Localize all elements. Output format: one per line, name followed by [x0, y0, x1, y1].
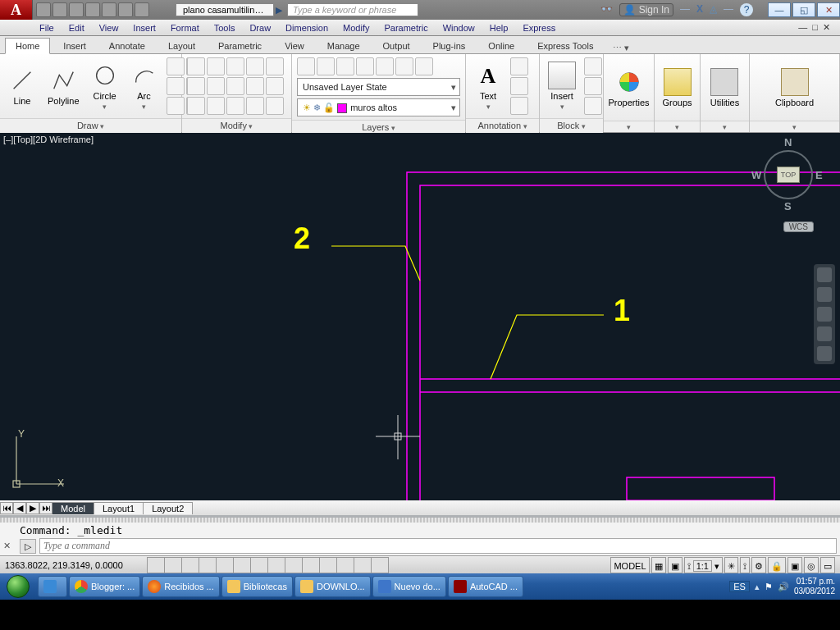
- task-ie[interactable]: [38, 576, 67, 597]
- nav-wheel-icon[interactable]: [817, 267, 832, 282]
- compass-n[interactable]: N: [784, 136, 792, 148]
- nav-zoom-icon[interactable]: [817, 307, 832, 322]
- search-input[interactable]: Type a keyword or phrase: [287, 3, 418, 16]
- otrack-toggle[interactable]: [250, 557, 268, 573]
- nav-orbit-icon[interactable]: [817, 326, 832, 341]
- osnap-toggle[interactable]: [216, 557, 234, 573]
- ribbon-overflow-icon[interactable]: ⋯ ▾: [613, 43, 629, 53]
- tab-nav-last-icon[interactable]: ⏭: [39, 502, 52, 514]
- task-word[interactable]: Nuevo do...: [372, 576, 446, 597]
- qat-saveas-icon[interactable]: [85, 2, 100, 17]
- snap-toggle[interactable]: [147, 557, 165, 573]
- task-explorer[interactable]: Bibliotecas: [221, 576, 293, 597]
- menu-window[interactable]: Window: [443, 23, 475, 33]
- panel-properties-expand[interactable]: [604, 121, 654, 132]
- trim-icon[interactable]: [226, 57, 244, 75]
- menu-modify[interactable]: Modify: [343, 23, 369, 33]
- menu-format[interactable]: Format: [171, 23, 199, 33]
- task-download[interactable]: DOWNLO...: [294, 576, 371, 597]
- layer-off-icon[interactable]: [317, 57, 335, 75]
- menu-tools[interactable]: Tools: [214, 23, 235, 33]
- line-button[interactable]: Line: [5, 65, 39, 107]
- erase-icon[interactable]: [246, 57, 264, 75]
- isolate-icon[interactable]: ◎: [804, 557, 819, 573]
- ducs-toggle[interactable]: [267, 557, 285, 573]
- close-button[interactable]: ✕: [817, 2, 840, 17]
- edit-block-icon[interactable]: [584, 77, 602, 95]
- tab-plugins[interactable]: Plug-ins: [423, 39, 476, 53]
- tab-insert[interactable]: Insert: [53, 39, 96, 53]
- qv-drawings-icon[interactable]: ▣: [668, 557, 682, 573]
- tab-nav-prev-icon[interactable]: ◀: [13, 502, 26, 514]
- nav-pan-icon[interactable]: [817, 287, 832, 302]
- qat-redo-icon[interactable]: [135, 2, 149, 17]
- tab-nav-next-icon[interactable]: ▶: [26, 502, 39, 514]
- qat-plot-icon[interactable]: [102, 2, 116, 17]
- offset-icon[interactable]: [207, 97, 225, 115]
- tab-model[interactable]: Model: [52, 502, 94, 514]
- tab-parametric[interactable]: Parametric: [208, 39, 272, 53]
- mdi-restore-icon[interactable]: □: [812, 22, 818, 33]
- model-space-button[interactable]: MODEL: [610, 557, 649, 573]
- layer-iso-icon[interactable]: [395, 57, 413, 75]
- task-autocad[interactable]: AutoCAD ...: [448, 576, 523, 597]
- join-icon[interactable]: [246, 97, 264, 115]
- annovis-icon[interactable]: ✳: [724, 557, 738, 573]
- menu-express[interactable]: Express: [523, 23, 555, 33]
- scale-icon[interactable]: [187, 97, 205, 115]
- viewcube-top[interactable]: TOP: [777, 167, 800, 183]
- qat-new-icon[interactable]: [36, 2, 51, 17]
- panel-draw-title[interactable]: Draw: [0, 118, 181, 133]
- clock[interactable]: 01:57 p.m. 03/08/2012: [794, 577, 837, 596]
- qp-toggle[interactable]: [336, 557, 354, 573]
- tab-layout2[interactable]: Layout2: [143, 502, 193, 514]
- dyn-toggle[interactable]: [285, 557, 303, 573]
- lwt-toggle[interactable]: [302, 557, 320, 573]
- annoauto-icon[interactable]: ⟟: [740, 557, 750, 573]
- clean-screen-icon[interactable]: ▭: [820, 557, 835, 573]
- layer-color-icon[interactable]: [376, 57, 394, 75]
- insert-button[interactable]: Insert▾: [545, 60, 579, 112]
- tab-home[interactable]: Home: [5, 38, 50, 54]
- rotate-icon[interactable]: [207, 57, 225, 75]
- current-layer-dropdown[interactable]: ☀ ❄ 🔓 muros altos: [297, 98, 460, 116]
- circle-button[interactable]: Circle▾: [88, 60, 122, 112]
- tray-arrow-icon[interactable]: ▴: [755, 582, 760, 592]
- panel-block-title[interactable]: Block: [540, 118, 603, 133]
- am-toggle[interactable]: [371, 557, 389, 573]
- command-input[interactable]: [39, 538, 837, 554]
- compass-s[interactable]: S: [784, 200, 792, 212]
- move-icon[interactable]: [187, 57, 205, 75]
- tab-output[interactable]: Output: [373, 39, 420, 53]
- array-icon[interactable]: [266, 77, 284, 95]
- workspace-icon[interactable]: ⚙: [751, 557, 766, 573]
- copy-icon[interactable]: [187, 77, 205, 95]
- arc-button[interactable]: Arc▾: [127, 60, 162, 112]
- stretch-icon[interactable]: [246, 77, 264, 95]
- panel-utilities-expand[interactable]: [701, 121, 749, 132]
- break-icon[interactable]: [266, 97, 284, 115]
- document-title[interactable]: plano casamultiline.d...: [176, 3, 274, 16]
- wcs-badge[interactable]: WCS: [783, 221, 814, 232]
- binoculars-icon[interactable]: 👓: [600, 3, 613, 16]
- mdi-minimize-icon[interactable]: —: [798, 22, 807, 33]
- restore-button[interactable]: ◱: [792, 2, 815, 17]
- table-icon[interactable]: [510, 97, 528, 115]
- panel-clipboard-expand[interactable]: [750, 121, 839, 132]
- polar-toggle[interactable]: [199, 557, 217, 573]
- panel-groups-expand[interactable]: [655, 121, 700, 132]
- mirror-icon[interactable]: [207, 77, 225, 95]
- a360-icon[interactable]: ◬: [710, 3, 717, 16]
- tab-online[interactable]: Online: [478, 39, 524, 53]
- nav-showmotion-icon[interactable]: [817, 346, 832, 361]
- help-icon[interactable]: ?: [740, 3, 753, 16]
- grid-toggle[interactable]: [164, 557, 182, 573]
- ortho-toggle[interactable]: [181, 557, 199, 573]
- tab-nav-first-icon[interactable]: ⏮: [0, 502, 13, 514]
- menu-insert[interactable]: Insert: [133, 23, 156, 33]
- menu-dimension[interactable]: Dimension: [285, 23, 328, 33]
- task-chrome[interactable]: Blogger: ...: [69, 576, 140, 597]
- panel-annotation-title[interactable]: Annotation: [466, 118, 539, 133]
- clipboard-button[interactable]: Clipboard: [772, 66, 817, 109]
- tray-volume-icon[interactable]: 🔊: [778, 582, 789, 592]
